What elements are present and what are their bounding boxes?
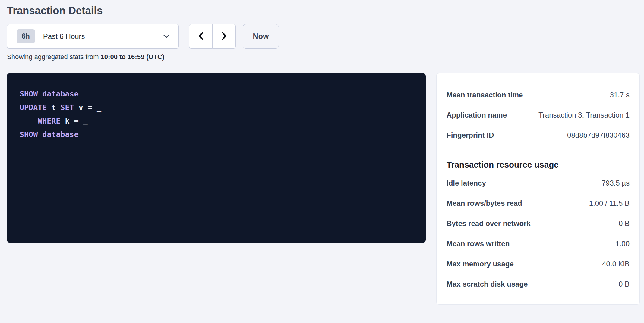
stat-row: Max memory usage40.0 KiB bbox=[447, 254, 630, 274]
stat-value: 1.00 / 11.5 B bbox=[589, 199, 630, 208]
stat-label: Max scratch disk usage bbox=[447, 280, 534, 288]
stat-value: 1.00 bbox=[615, 240, 630, 248]
sql-keyword: SET bbox=[60, 103, 74, 112]
stat-label: Fingerprint ID bbox=[447, 131, 500, 140]
sql-code-line: UPDATE t SET v = _ bbox=[20, 101, 413, 114]
stat-value: 40.0 KiB bbox=[602, 260, 630, 268]
sql-text bbox=[20, 117, 38, 125]
stat-row: Application nameTransaction 3, Transacti… bbox=[447, 105, 630, 125]
caption-time-range: 10:00 to 16:59 (UTC) bbox=[101, 53, 165, 61]
stat-row: Fingerprint ID08d8b7d97f830463 bbox=[447, 125, 630, 145]
caret-right-icon bbox=[221, 31, 228, 42]
sql-text: k = _ bbox=[60, 117, 87, 125]
stat-label: Mean transaction time bbox=[447, 91, 529, 99]
stat-label: Max memory usage bbox=[447, 260, 520, 268]
divider bbox=[447, 153, 630, 153]
time-range-label: Past 6 Hours bbox=[43, 32, 85, 41]
stat-label: Application name bbox=[447, 111, 513, 119]
sql-keyword: database bbox=[42, 89, 78, 98]
sql-statement-box: SHOW databaseUPDATE t SET v = _ WHERE k … bbox=[7, 73, 426, 243]
summary-rows: Mean transaction time31.7 sApplication n… bbox=[447, 85, 630, 145]
stat-row: Bytes read over network0 B bbox=[447, 213, 630, 234]
stat-label: Bytes read over network bbox=[447, 219, 537, 228]
main-content: SHOW databaseUPDATE t SET v = _ WHERE k … bbox=[7, 73, 644, 305]
sql-text bbox=[38, 89, 42, 98]
stat-value: Transaction 3, Transaction 1 bbox=[538, 111, 630, 119]
time-controls-row: 6h Past 6 Hours Now bbox=[7, 24, 644, 49]
stat-value: 0 B bbox=[619, 219, 630, 228]
next-time-button[interactable] bbox=[212, 24, 236, 49]
sql-keyword: WHERE bbox=[38, 117, 60, 125]
sql-code: SHOW databaseUPDATE t SET v = _ WHERE k … bbox=[20, 87, 413, 141]
stat-value: 0 B bbox=[619, 280, 630, 288]
sql-keyword: UPDATE bbox=[20, 103, 47, 112]
stat-label: Idle latency bbox=[447, 179, 492, 187]
stat-label: Mean rows/bytes read bbox=[447, 199, 528, 208]
stat-row: Mean rows/bytes read1.00 / 11.5 B bbox=[447, 193, 630, 213]
time-nav-group bbox=[189, 24, 236, 49]
stat-label: Mean rows written bbox=[447, 240, 516, 248]
sql-code-line: WHERE k = _ bbox=[20, 114, 413, 128]
stat-value: 08d8b7d97f830463 bbox=[567, 131, 630, 140]
stat-row: Max scratch disk usage0 B bbox=[447, 274, 630, 294]
sql-text bbox=[38, 130, 42, 139]
sql-keyword: database bbox=[42, 130, 78, 139]
now-button[interactable]: Now bbox=[243, 24, 279, 49]
stat-row: Mean rows written1.00 bbox=[447, 234, 630, 254]
transaction-details-page: Transaction Details 6h Past 6 Hours Now … bbox=[0, 4, 644, 305]
stat-value: 793.5 µs bbox=[601, 179, 630, 187]
chevron-down-icon bbox=[163, 34, 169, 38]
sql-text: t bbox=[47, 103, 60, 112]
caret-left-icon bbox=[197, 31, 204, 42]
sql-keyword: SHOW bbox=[20, 89, 38, 98]
aggregated-stats-caption: Showing aggregated stats from 10:00 to 1… bbox=[7, 53, 644, 61]
prev-time-button[interactable] bbox=[189, 24, 213, 49]
resource-rows: Idle latency793.5 µsMean rows/bytes read… bbox=[447, 173, 630, 294]
resource-usage-heading: Transaction resource usage bbox=[447, 159, 630, 170]
stat-value: 31.7 s bbox=[610, 91, 630, 99]
stat-row: Mean transaction time31.7 s bbox=[447, 85, 630, 105]
caption-prefix: Showing aggregated stats from bbox=[7, 53, 101, 61]
sql-code-line: SHOW database bbox=[20, 128, 413, 141]
time-range-dropdown[interactable]: 6h Past 6 Hours bbox=[7, 24, 179, 49]
stat-row: Idle latency793.5 µs bbox=[447, 173, 630, 193]
sql-code-line: SHOW database bbox=[20, 87, 413, 101]
time-range-badge: 6h bbox=[17, 29, 35, 43]
page-title: Transaction Details bbox=[7, 4, 644, 17]
sql-text: v = _ bbox=[74, 103, 101, 112]
sql-keyword: SHOW bbox=[20, 130, 38, 139]
transaction-details-panel: Mean transaction time31.7 sApplication n… bbox=[436, 73, 640, 305]
